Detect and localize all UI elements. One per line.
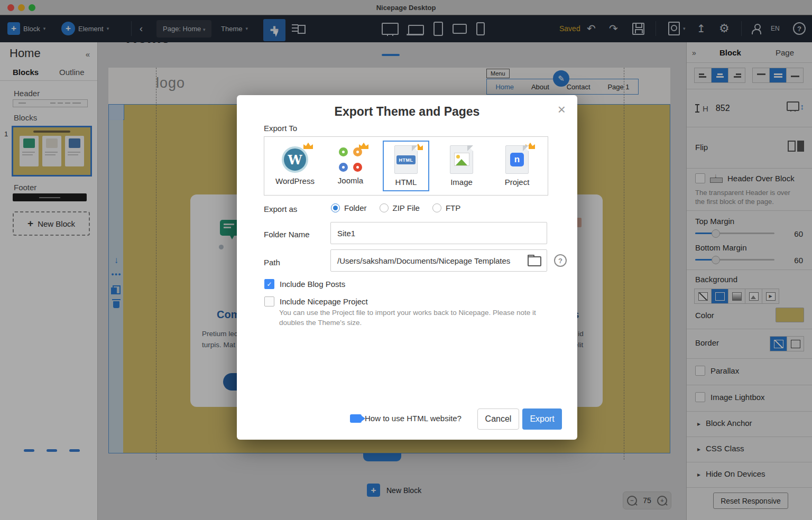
browse-folder-icon[interactable] [528,256,541,266]
cancel-button[interactable]: Cancel [477,408,519,430]
path-input[interactable]: /Users/saksham/Documents/Nicepage Templa… [330,249,547,272]
radio-zip-file[interactable]: ZIP File [380,203,420,212]
export-dialog: Export Theme and Pages × Export To W Wor… [237,95,577,440]
export-to-label: Export To [264,124,297,133]
checked-checkbox[interactable]: ✓ [264,279,274,289]
dialog-title: Export Theme and Pages [237,105,577,119]
wordpress-icon: W [282,146,308,173]
export-option-html[interactable]: HTML HTML [383,141,429,191]
path-help-icon[interactable]: ? [554,254,567,267]
include-nicepage-project-option[interactable]: Include Nicepage Project [264,296,368,307]
export-as-options: Folder ZIP File FTP [331,203,460,212]
project-file-icon: n [505,145,529,174]
export-button[interactable]: Export [522,408,562,430]
radio-ftp[interactable]: FTP [432,203,460,212]
nicepage-desktop-app: Home logo Menu Home About Contact Page 1… [0,0,812,520]
path-label: Path [264,258,280,267]
close-icon[interactable]: × [558,103,566,116]
html-file-icon: HTML [394,145,418,174]
export-option-wordpress[interactable]: W WordPress [272,141,318,191]
project-note-line2: doubles the Theme's size. [279,319,362,327]
video-icon [350,414,362,423]
export-option-image[interactable]: Image [438,141,485,191]
export-target-list: W WordPress Joomla HTML HTML Image n Pro… [264,136,548,196]
folder-name-label: Folder Name [264,230,310,239]
project-note-line1: You can use the Project file to import y… [279,309,536,317]
radio-folder[interactable]: Folder [331,203,367,212]
how-to-link[interactable]: How to use HTML website? [365,414,462,423]
export-option-joomla[interactable]: Joomla [327,141,374,191]
unchecked-checkbox[interactable] [264,296,274,307]
export-option-project[interactable]: n Project [494,141,540,191]
export-as-label: Export as [264,205,297,213]
include-blog-posts-option[interactable]: ✓ Include Blog Posts [264,279,345,289]
folder-name-input[interactable]: Site1 [330,222,547,244]
premium-crown-icon [303,142,313,149]
joomla-icon [338,147,363,172]
image-file-icon [450,145,473,174]
